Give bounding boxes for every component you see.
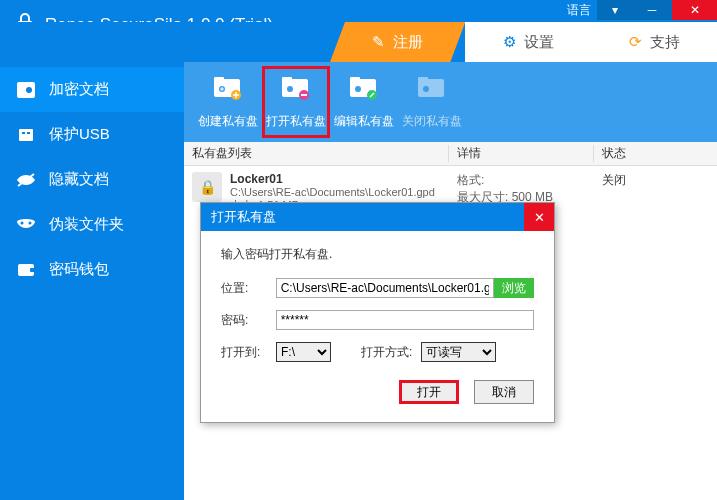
language-dropdown[interactable]: ▾ (597, 0, 632, 20)
safe-icon (15, 79, 37, 101)
svg-point-8 (21, 221, 24, 224)
create-silo-button[interactable]: 创建私有盘 (194, 66, 262, 138)
svg-rect-26 (418, 77, 428, 83)
language-label: 语言 (567, 2, 591, 19)
col-name: 私有盘列表 (184, 145, 449, 162)
dialog-close-button[interactable]: ✕ (524, 203, 554, 231)
file-path: C:\Users\RE-ac\Documents\Locker01.gpd (230, 186, 435, 198)
svg-rect-4 (19, 129, 33, 141)
tab-settings-label: 设置 (524, 33, 554, 52)
usb-icon (15, 124, 37, 146)
sidebar-item-label: 保护USB (49, 125, 110, 144)
minimize-button[interactable]: ─ (632, 0, 672, 20)
password-label: 密码: (221, 312, 276, 329)
mask-icon (15, 214, 37, 236)
col-details: 详情 (449, 145, 594, 162)
svg-point-23 (355, 86, 361, 92)
toolbar-label: 编辑私有盘 (334, 113, 394, 130)
tab-settings[interactable]: ⚙ 设置 (465, 22, 591, 62)
svg-rect-6 (27, 132, 30, 134)
mode-label: 打开方式: (361, 344, 421, 361)
edit-silo-button[interactable]: 编辑私有盘 (330, 66, 398, 138)
location-label: 位置: (221, 280, 276, 297)
folder-close-icon (416, 75, 448, 108)
list-header: 私有盘列表 详情 状态 (184, 142, 717, 166)
location-input[interactable] (276, 278, 495, 298)
folder-open-icon (280, 75, 312, 108)
sidebar-item-label: 加密文档 (49, 80, 109, 99)
svg-rect-5 (22, 132, 25, 134)
dialog-instruction: 输入密码打开私有盘. (221, 246, 534, 263)
sidebar-item-label: 隐藏文档 (49, 170, 109, 189)
sidebar-item-disguise-folder[interactable]: 伪装文件夹 (0, 202, 184, 247)
register-icon: ✎ (372, 33, 385, 51)
svg-rect-13 (214, 77, 224, 83)
svg-point-18 (287, 86, 293, 92)
tab-register[interactable]: ✎ 注册 (330, 22, 465, 62)
toolbar-label: 关闭私有盘 (402, 113, 462, 130)
sidebar-item-encrypt-docs[interactable]: 加密文档 (0, 67, 184, 112)
folder-plus-icon (212, 75, 244, 108)
sidebar-item-protect-usb[interactable]: 保护USB (0, 112, 184, 157)
open-dialog: 打开私有盘 ✕ 输入密码打开私有盘. 位置: 浏览 密码: 打开到: F:\ 打… (200, 202, 555, 423)
toolbar: 创建私有盘 打开私有盘 编辑私有盘 关闭私有盘 (184, 62, 717, 142)
tab-register-label: 注册 (393, 33, 423, 52)
password-input[interactable] (276, 310, 534, 330)
svg-point-27 (423, 86, 429, 92)
svg-rect-11 (30, 268, 35, 272)
gear-icon: ⚙ (503, 33, 516, 51)
file-status: 关闭 (594, 172, 717, 213)
file-name: Locker01 (230, 172, 435, 186)
file-icon: 🔒 (192, 172, 222, 202)
support-icon: ⟳ (629, 33, 642, 51)
folder-edit-icon (348, 75, 380, 108)
svg-rect-22 (350, 77, 360, 83)
drive-label: 打开到: (221, 344, 276, 361)
tab-support-label: 支持 (650, 33, 680, 52)
dialog-open-button[interactable]: 打开 (399, 380, 459, 404)
sidebar: 加密文档 保护USB 隐藏文档 伪装文件夹 密码钱包 (0, 62, 184, 500)
svg-point-3 (26, 87, 32, 93)
tab-support[interactable]: ⟳ 支持 (591, 22, 717, 62)
sidebar-item-password-wallet[interactable]: 密码钱包 (0, 247, 184, 292)
toolbar-label: 创建私有盘 (198, 113, 258, 130)
file-format: 格式: (457, 172, 594, 189)
svg-rect-20 (301, 94, 307, 96)
svg-point-9 (29, 221, 32, 224)
sidebar-item-label: 密码钱包 (49, 260, 109, 279)
sidebar-item-label: 伪装文件夹 (49, 215, 124, 234)
close-window-button[interactable]: ✕ (672, 0, 717, 20)
eye-slash-icon (15, 169, 37, 191)
col-status: 状态 (594, 145, 717, 162)
mode-select[interactable]: 可读写 (421, 342, 496, 362)
dialog-cancel-button[interactable]: 取消 (474, 380, 534, 404)
sidebar-item-hide-docs[interactable]: 隐藏文档 (0, 157, 184, 202)
drive-select[interactable]: F:\ (276, 342, 331, 362)
close-silo-button: 关闭私有盘 (398, 66, 466, 138)
wallet-icon (15, 259, 37, 281)
dialog-title-text: 打开私有盘 (211, 208, 276, 226)
browse-button[interactable]: 浏览 (494, 278, 534, 298)
dialog-title: 打开私有盘 ✕ (201, 203, 554, 231)
toolbar-label: 打开私有盘 (266, 113, 326, 130)
open-silo-button[interactable]: 打开私有盘 (262, 66, 330, 138)
svg-rect-17 (282, 77, 292, 83)
